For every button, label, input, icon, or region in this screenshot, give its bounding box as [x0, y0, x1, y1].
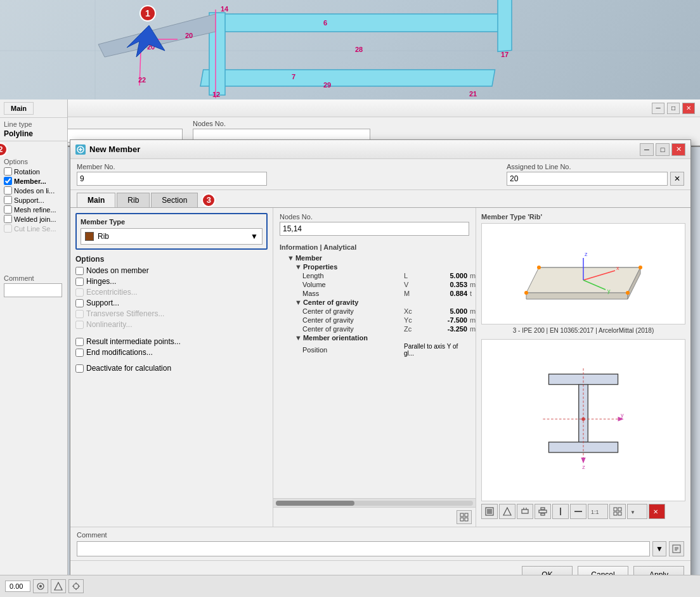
svg-marker-32: [526, 293, 628, 299]
tree-orientation-row: ▼ Member orientation: [280, 333, 469, 342]
line-type-label: Line type: [4, 120, 63, 128]
member-no-field: Member No.: [77, 163, 267, 186]
toolbar-btn-2[interactable]: [499, 504, 515, 519]
nodes-checkbox[interactable]: [4, 186, 12, 195]
options-heading: Options: [75, 255, 268, 264]
rib-3d-svg: x y z: [514, 229, 653, 318]
tab-section[interactable]: Section: [151, 193, 198, 207]
horizontal-scrollbar[interactable]: [273, 498, 476, 507]
tab-rib[interactable]: Rib: [117, 193, 150, 207]
svg-rect-5: [498, 0, 512, 51]
snap-button[interactable]: [33, 579, 48, 593]
edit-line-controls[interactable]: ─ □ ✕: [652, 103, 695, 114]
assigned-line-clear-button[interactable]: ✕: [670, 172, 684, 186]
svg-text:z: z: [582, 464, 585, 470]
spacer-opts2: [75, 359, 268, 364]
comment-dropdown-button[interactable]: ▼: [652, 541, 666, 556]
close-button[interactable]: ✕: [682, 103, 695, 114]
svg-text:29: 29: [323, 81, 331, 89]
tab-main[interactable]: Main: [77, 193, 115, 207]
toolbar-btn-5[interactable]: [552, 504, 569, 519]
tree-cog-row: ▼ Center of gravity: [280, 298, 469, 307]
tree-properties-row: ▼ Properties: [280, 262, 469, 271]
toolbar-btn-8[interactable]: [609, 504, 626, 519]
mesh-option[interactable]: Mesh refine...: [4, 205, 63, 214]
support-option[interactable]: Support...: [4, 196, 63, 204]
view-button[interactable]: [51, 579, 66, 593]
info-tree: ▼ Member ▼ Properties Length L 5.000 m: [273, 254, 476, 498]
tree-member-row: ▼ Member: [280, 254, 469, 262]
section-label: 3 - IPE 200 | EN 10365:2017 | ArcelorMit…: [481, 327, 685, 334]
new-member-controls[interactable]: ─ □ ✕: [640, 143, 685, 156]
comment-icon-button[interactable]: [669, 541, 684, 556]
hinges-option[interactable]: Hinges...: [75, 277, 268, 286]
end-modifications-option[interactable]: End modifications...: [75, 348, 268, 357]
svg-text:12: 12: [212, 91, 220, 98]
left-sidebar: Main Line type Polyline 2 Options Rotati…: [0, 100, 68, 575]
hinges-checkbox[interactable]: [75, 278, 84, 286]
svg-rect-58: [522, 510, 528, 513]
toolbar-btn-7[interactable]: 1:1: [588, 504, 608, 519]
member-type-select[interactable]: Rib ▼ Rib Beam Column: [81, 228, 262, 245]
support-nm-option[interactable]: Support...: [75, 298, 268, 307]
toolbar-btn-1[interactable]: [481, 504, 498, 519]
badge-3: 3: [202, 193, 216, 207]
nodes-on-member-checkbox[interactable]: [75, 267, 84, 275]
nodes-no-nm-input[interactable]: [280, 222, 469, 236]
scrollbar-thumb[interactable]: [276, 501, 354, 506]
nodes-on-member-option[interactable]: Nodes on member: [75, 266, 268, 275]
nodes-option[interactable]: Nodes on li...: [4, 186, 63, 195]
result-intermediate-checkbox[interactable]: [75, 338, 84, 346]
grid-toggle-button[interactable]: [457, 510, 472, 524]
comment-input-nm[interactable]: [77, 541, 650, 556]
coord-display[interactable]: 0.00: [5, 581, 30, 592]
comment-row: ▼: [77, 541, 684, 556]
comment-label-nm: Comment: [77, 531, 684, 539]
assigned-line-label: Assigned to Line No.: [507, 163, 684, 170]
nm-close-button[interactable]: ✕: [671, 143, 685, 156]
result-intermediate-option[interactable]: Result intermediate points...: [75, 337, 268, 346]
support-nm-checkbox[interactable]: [75, 299, 84, 307]
end-modifications-checkbox[interactable]: [75, 349, 84, 357]
member-checkbox[interactable]: [4, 177, 12, 185]
assigned-line-field: Assigned to Line No. ✕: [507, 163, 684, 186]
eccentricities-option: Eccentricities...: [75, 288, 268, 297]
middle-footer: [273, 507, 476, 527]
nodes-no-label: Nodes No.: [193, 120, 370, 127]
svg-text:28: 28: [355, 46, 363, 53]
svg-text:20: 20: [185, 32, 193, 39]
line-type-value: Polyline: [4, 129, 63, 138]
welded-option[interactable]: Welded join...: [4, 215, 63, 223]
mesh-checkbox[interactable]: [4, 205, 12, 214]
toolbar-btn-10[interactable]: ✕: [649, 504, 665, 519]
scrollbar-track[interactable]: [276, 501, 473, 506]
support-checkbox[interactable]: [4, 196, 12, 204]
deactivate-option[interactable]: Deactivate for calculation: [75, 364, 268, 373]
transverse-option: Transverse Stiffeners...: [75, 309, 268, 318]
badge-3-container: 3: [202, 193, 216, 207]
toolbar-btn-3[interactable]: [517, 504, 533, 519]
nm-minimize-button[interactable]: ─: [640, 143, 654, 156]
deactivate-checkbox[interactable]: [75, 364, 84, 373]
settings-button[interactable]: [68, 579, 84, 593]
svg-rect-3: [200, 70, 495, 86]
assigned-line-input[interactable]: [507, 172, 668, 186]
rotation-option[interactable]: Rotation: [4, 167, 63, 176]
member-no-input[interactable]: [77, 172, 267, 186]
left-spacer: [75, 375, 268, 522]
svg-text:x: x: [616, 265, 619, 271]
main-tab[interactable]: Main: [4, 102, 34, 115]
tree-position-row: Position Parallel to axis Y of gl...: [280, 342, 469, 357]
welded-checkbox[interactable]: [4, 215, 12, 223]
toolbar-btn-4[interactable]: [535, 504, 551, 519]
toolbar-btn-6[interactable]: [570, 504, 587, 519]
toolbar-btn-9[interactable]: ▼: [627, 504, 647, 519]
comment-input-sidebar[interactable]: [4, 283, 62, 297]
minimize-button[interactable]: ─: [652, 103, 664, 114]
svg-marker-79: [55, 582, 62, 590]
maximize-button[interactable]: □: [667, 103, 680, 114]
nm-maximize-button[interactable]: □: [656, 143, 670, 156]
svg-point-78: [39, 585, 42, 587]
member-option[interactable]: Member...: [4, 177, 63, 185]
rotation-checkbox[interactable]: [4, 167, 12, 176]
